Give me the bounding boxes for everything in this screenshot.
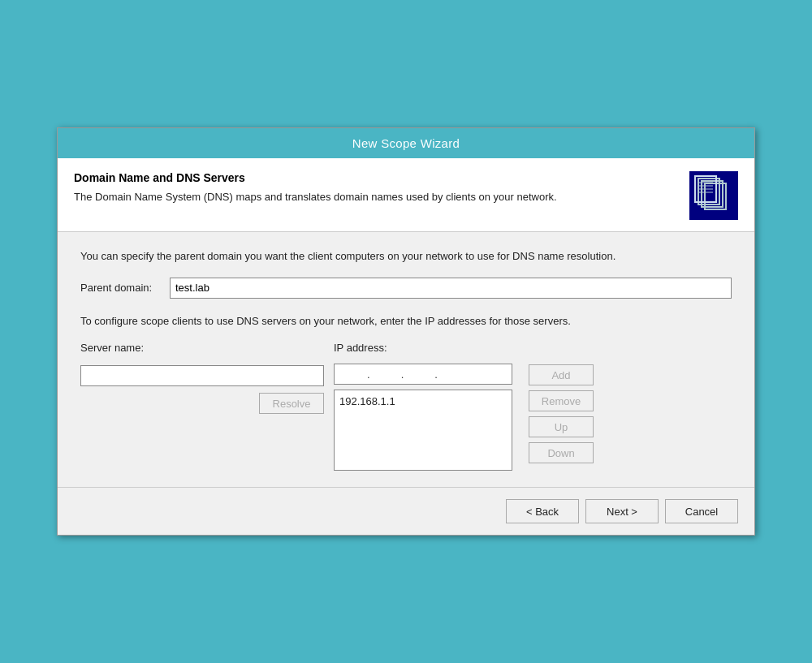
resolve-button[interactable]: Resolve [259, 393, 324, 414]
ip-sep-3: . [434, 368, 438, 381]
add-button[interactable]: Add [529, 364, 594, 385]
wizard-header-desc: The Domain Name System (DNS) maps and tr… [74, 189, 676, 205]
wizard-title: New Scope Wizard [352, 136, 460, 150]
ip-sep-1: . [367, 368, 370, 381]
server-name-input[interactable] [80, 365, 324, 386]
ip-octet-1[interactable] [339, 368, 364, 381]
wizard-header-text: Domain Name and DNS Servers The Domain N… [74, 171, 676, 205]
down-button[interactable]: Down [529, 442, 594, 463]
parent-domain-row: Parent domain: [80, 278, 732, 299]
wizard-titlebar: New Scope Wizard [58, 128, 754, 158]
dns-icon [689, 171, 738, 220]
ip-address-label: IP address: [334, 342, 512, 354]
server-section: Server name: Resolve IP address: . . [80, 342, 732, 471]
up-button[interactable]: Up [529, 416, 594, 437]
parent-domain-label: Parent domain: [80, 282, 162, 294]
next-button[interactable]: Next > [585, 499, 659, 523]
wizard-content: You can specify the parent domain you wa… [58, 232, 754, 487]
ip-action-buttons: Add Remove Up Down [529, 342, 594, 463]
config-text: To configure scope clients to use DNS se… [80, 313, 732, 329]
list-item[interactable]: 192.168.1.1 [339, 394, 507, 409]
ip-octet-2[interactable] [374, 368, 398, 381]
remove-button[interactable]: Remove [529, 390, 594, 411]
parent-domain-input[interactable] [170, 278, 732, 299]
ip-list: 192.168.1.1 [334, 390, 512, 471]
server-left-col: Server name: Resolve [80, 342, 324, 414]
wizard-footer: < Back Next > Cancel [58, 487, 754, 535]
cancel-button[interactable]: Cancel [665, 499, 738, 523]
wizard-header-title: Domain Name and DNS Servers [74, 171, 676, 184]
back-button[interactable]: < Back [506, 499, 579, 523]
ip-sep-2: . [401, 368, 404, 381]
wizard-body: Domain Name and DNS Servers The Domain N… [58, 158, 754, 535]
wizard-header: Domain Name and DNS Servers The Domain N… [58, 158, 754, 232]
resolve-btn-row: Resolve [80, 393, 324, 414]
ip-octet-3[interactable] [407, 368, 431, 381]
intro-text: You can specify the parent domain you wa… [80, 248, 732, 265]
wizard-window: New Scope Wizard Domain Name and DNS Ser… [57, 127, 755, 536]
ip-octet-4[interactable] [441, 368, 465, 381]
server-name-label: Server name: [80, 342, 324, 354]
ip-section: IP address: . . . 192.168.1.1 [334, 342, 512, 471]
ip-input-row: . . . [334, 364, 512, 385]
